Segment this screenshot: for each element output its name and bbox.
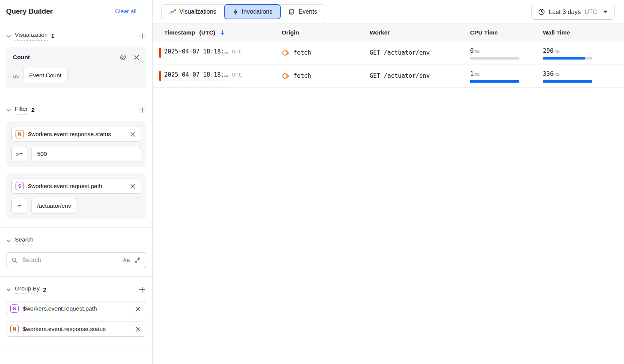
search-section: Search Aa — [0, 228, 152, 277]
add-filter-button[interactable] — [138, 106, 146, 114]
close-icon — [130, 184, 136, 189]
tab-visualizations[interactable]: Visualizations — [161, 5, 224, 19]
filter-field-name: $workers.event.response.status — [28, 131, 125, 138]
group-by-field-chip[interactable]: N $workers.event.response.status — [6, 322, 146, 337]
worker-cell: GET /actuator/env — [370, 49, 470, 56]
remove-group-by-button[interactable] — [130, 322, 146, 336]
regex-icon[interactable] — [134, 257, 141, 264]
caret-down-icon — [603, 10, 608, 14]
filter-field-chip[interactable]: S $workers.event.request.path — [11, 179, 141, 194]
column-header-wall-time[interactable]: Wall Time — [543, 29, 624, 36]
cpu-time-cell: 0ms — [470, 46, 519, 60]
wall-time-value: 336 — [543, 71, 553, 77]
visualization-section-label[interactable]: Visualization — [15, 31, 48, 41]
tab-label: Visualizations — [179, 8, 216, 15]
time-range-timezone: UTC — [585, 8, 597, 16]
invocation-row[interactable]: 2025-04-07 18:18:… UTC fetch GET /actuat… — [153, 64, 624, 88]
wall-time-bar — [543, 80, 592, 83]
number-type-icon: N — [10, 325, 19, 333]
tab-label: Invocations — [242, 8, 273, 15]
wall-time-bar-fill — [543, 80, 592, 83]
tab-events[interactable]: Events — [281, 5, 325, 19]
filter-section-label[interactable]: Filter — [15, 105, 28, 115]
remove-group-by-button[interactable] — [130, 301, 146, 316]
wall-time-unit: ms — [553, 71, 560, 77]
string-type-icon: S — [10, 304, 19, 313]
clear-all-button[interactable]: Clear all — [115, 8, 136, 15]
at-icon[interactable]: @ — [120, 53, 126, 61]
group-by-field-chip[interactable]: S $workers.event.request.path — [6, 301, 146, 316]
time-range-dropdown[interactable]: Last 3 days UTC — [531, 4, 615, 20]
column-header-timestamp[interactable]: Timestamp (UTC) — [164, 29, 282, 36]
filter-value-input[interactable]: /actuator/env — [31, 198, 77, 214]
worker-cell: GET /actuator/env — [370, 72, 470, 79]
timestamp-cell: 2025-04-07 18:18:… UTC — [164, 71, 282, 80]
group-by-section-label[interactable]: Group By — [15, 285, 39, 294]
filter-operator-row: >= 500 — [11, 146, 141, 162]
timestamp-timezone: UTC — [232, 49, 242, 55]
group-by-field-name: $workers.event.request.path — [23, 305, 130, 312]
invocation-row[interactable]: 2025-04-07 18:18:… UTC fetch GET /actuat… — [153, 41, 624, 64]
timestamp-value[interactable]: 2025-04-07 18:18:… — [164, 71, 228, 80]
remove-visualization-button[interactable] — [134, 55, 140, 60]
query-builder-sidebar: Query Builder Clear all Visualization 1 … — [0, 0, 153, 364]
visualization-card-header: Count @ — [11, 53, 141, 61]
remove-filter-button[interactable] — [125, 179, 141, 193]
remove-filter-button[interactable] — [125, 127, 141, 141]
wall-time-cell: 290ms — [543, 46, 592, 60]
timestamp-timezone: UTC — [232, 72, 242, 78]
cpu-time-unit: ms — [473, 48, 480, 54]
origin-value: fetch — [293, 49, 311, 56]
search-input[interactable] — [22, 257, 119, 264]
filter-operator[interactable]: >= — [11, 146, 27, 162]
error-status-indicator — [159, 71, 161, 81]
number-type-icon: N — [16, 130, 24, 138]
cpu-time-unit: ms — [473, 71, 480, 77]
chevron-down-icon[interactable] — [6, 287, 11, 292]
add-group-by-button[interactable] — [138, 286, 146, 294]
filter-field-chip[interactable]: N $workers.event.response.status — [11, 127, 141, 142]
close-icon — [130, 132, 136, 137]
visualization-count: 1 — [51, 33, 55, 39]
column-header-cpu-time[interactable]: CPU Time — [470, 29, 543, 36]
timestamp-header-label: Timestamp — [164, 29, 195, 36]
plus-icon — [139, 33, 146, 39]
visualization-function: Count — [13, 54, 30, 61]
chevron-down-icon[interactable] — [6, 34, 11, 39]
time-range-label: Last 3 days — [549, 8, 581, 16]
timestamp-value[interactable]: 2025-04-07 18:18:… — [164, 48, 228, 57]
column-header-origin[interactable]: Origin — [282, 29, 370, 36]
sort-descending-icon[interactable] — [219, 29, 226, 36]
filter-operator[interactable]: = — [11, 198, 27, 214]
filter-value-input[interactable]: 500 — [31, 146, 141, 162]
add-visualization-button[interactable] — [138, 32, 146, 40]
timestamp-cell: 2025-04-07 18:18:… UTC — [164, 48, 282, 57]
timestamp-header-tz: (UTC) — [199, 29, 215, 36]
filter-operator-row: = /actuator/env — [11, 198, 141, 214]
chevron-down-icon[interactable] — [6, 108, 11, 113]
visualization-card: Count @ as Event Count — [6, 47, 146, 88]
close-icon — [135, 306, 141, 312]
results-topbar: Visualizations Invocations Events — [153, 0, 624, 24]
view-tab-group: Visualizations Invocations Events — [161, 4, 325, 19]
search-section-label[interactable]: Search — [15, 236, 33, 245]
app-root: Query Builder Clear all Visualization 1 … — [0, 0, 624, 364]
visualization-section: Visualization 1 Count @ as — [0, 23, 152, 97]
tab-label: Events — [298, 8, 317, 15]
search-icon — [11, 257, 18, 264]
search-section-header: Search — [6, 236, 146, 245]
match-case-icon[interactable]: Aa — [123, 257, 130, 263]
alias-button[interactable]: Event Count — [23, 68, 67, 83]
plus-icon — [139, 286, 146, 293]
group-by-section: Group By 2 S $workers.event.request.path… — [0, 277, 152, 345]
tab-invocations[interactable]: Invocations — [224, 4, 281, 19]
filter-count: 2 — [31, 107, 34, 113]
origin-cell: fetch — [282, 49, 370, 57]
chevron-down-icon[interactable] — [6, 238, 11, 243]
cpu-time-bar — [470, 57, 519, 60]
table-header-row: Timestamp (UTC) Origin Worker CPU Time W… — [153, 24, 624, 41]
column-header-worker[interactable]: Worker — [370, 29, 470, 36]
line-chart-icon — [169, 9, 176, 15]
filter-field-name: $workers.event.request.path — [28, 183, 125, 190]
wall-time-value: 290 — [543, 47, 553, 54]
